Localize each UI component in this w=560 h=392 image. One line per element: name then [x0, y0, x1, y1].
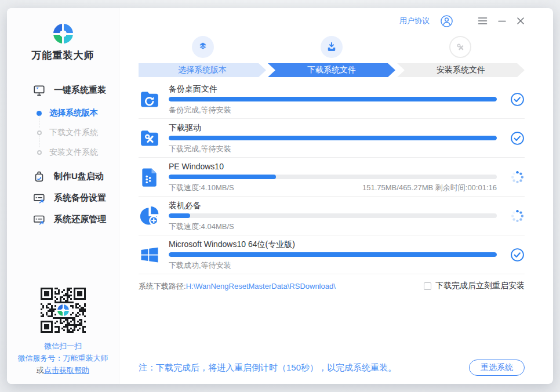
download-path-value[interactable]: H:\WanNengResetMasterData\RSDownload\ [186, 282, 336, 291]
pe-file-icon [139, 166, 161, 188]
get-help-link[interactable]: 点击获取帮助 [44, 366, 89, 375]
loading-spinner-icon [510, 169, 525, 184]
sidebar-item-label: 制作U盘启动 [54, 171, 104, 182]
help-line: 或点击获取帮助 [37, 364, 89, 376]
tools-icon [449, 36, 471, 58]
step-segment-install-files[interactable]: 安装系统文件 [397, 63, 525, 77]
download-title: Microsoft Windows10 64位(专业版) [169, 239, 497, 249]
download-item-drivers: 下载驱动 下载完成,等待安装 [139, 119, 525, 158]
footer-row: 注：下载完成后，将进入重启倒计时（150秒），以完成系统重装。 重选系统 [139, 360, 525, 376]
download-title: 备份桌面文件 [169, 84, 497, 94]
menu-icon[interactable] [478, 17, 488, 25]
logo-block: 万能重装大师 [32, 24, 94, 62]
progress-fill [169, 213, 190, 218]
download-item-essentials: 装机必备 下载速度:4.04MB/S [139, 197, 525, 235]
download-list: 备份桌面文件 备份完成,等待安装 下载驱动 下载完成,等待安装 [139, 80, 525, 274]
main-panel: 用户协议 [119, 8, 553, 384]
download-title: PE Windows10 [169, 161, 497, 172]
progress-fill [169, 252, 497, 257]
status-text: 下载速度:4.10MB/S [169, 183, 234, 193]
qr-center-logo-icon [57, 304, 69, 316]
status-text: 备份完成,等待安装 [169, 105, 231, 115]
app-title: 万能重装大师 [32, 49, 94, 62]
download-title: 下载驱动 [169, 122, 497, 133]
layers-icon [192, 36, 214, 58]
step-progress-bar: 选择系统版本 下载系统文件 安装系统文件 [139, 63, 525, 77]
qr-code [41, 288, 86, 333]
folder-tools-icon [139, 127, 161, 149]
minimize-icon[interactable] [498, 17, 506, 25]
monitor-icon [32, 84, 46, 97]
app-window: 万能重装大师 一键系统重装 选择系统版本 下载文件系统 [7, 8, 553, 384]
wechat-account: 微信服务号：万能重装大师 [18, 352, 108, 364]
sidebar-item-usb-boot[interactable]: 制作U盘启动 [7, 166, 119, 187]
sidebar-item-label: 系统还原管理 [54, 214, 106, 225]
download-icon [321, 36, 343, 58]
check-circle-icon [510, 92, 525, 107]
check-circle-icon [510, 247, 525, 262]
titlebar: 用户协议 [139, 8, 525, 34]
wechat-block: 微信扫一扫 微信服务号：万能重装大师 或点击获取帮助 [7, 288, 119, 376]
spacer [139, 296, 525, 360]
download-item-backup: 备份桌面文件 备份完成,等待安装 [139, 80, 525, 119]
reboot-checkbox-label: 下载完成后立刻重启安装 [435, 281, 525, 291]
wechat-scan-hint: 微信扫一扫 [44, 340, 82, 352]
download-path-label: 系统下载路径: [139, 282, 186, 291]
restore-drive-icon [32, 213, 46, 226]
download-item-windows: Microsoft Windows10 64位(专业版) 下载成功,等待安装 [139, 235, 525, 274]
progress-track [169, 136, 497, 140]
user-avatar-icon[interactable] [440, 14, 453, 28]
substep-install-files[interactable]: 安装文件系统 [37, 143, 119, 162]
reinstall-substeps: 选择系统版本 下载文件系统 安装文件系统 [37, 103, 119, 162]
restart-countdown-note: 注：下载完成后，将进入重启倒计时（150秒），以完成系统重装。 [139, 362, 397, 373]
user-agreement-link[interactable]: 用户协议 [399, 16, 430, 26]
software-pie-icon [139, 205, 161, 227]
sidebar-item-label: 一键系统重装 [54, 85, 106, 96]
status-text: 下载速度:4.04MB/S [169, 222, 234, 231]
sidebar-nav: 一键系统重装 选择系统版本 下载文件系统 安装文件系统 [7, 79, 119, 230]
progress-track [169, 213, 497, 218]
app-logo-icon [53, 24, 73, 43]
backup-drive-icon [32, 191, 46, 205]
sidebar-item-backup-settings[interactable]: 系统备份设置 [7, 187, 119, 209]
close-icon[interactable] [517, 17, 525, 25]
folder-refresh-icon [139, 88, 161, 110]
download-item-pe: PE Windows10 下载速度:4.10MB/S151.75MB/465.2… [139, 158, 525, 197]
status-right: 151.75MB/465.27MB 剩余时间:00:01:16 [362, 183, 497, 193]
substep-download-files[interactable]: 下载文件系统 [37, 123, 119, 143]
sidebar-item-onekey-reinstall[interactable]: 一键系统重装 [7, 79, 119, 101]
progress-fill [169, 97, 497, 101]
progress-track [169, 252, 497, 257]
step-icons-row [139, 36, 525, 58]
loading-spinner-icon [510, 208, 525, 223]
step-dot [37, 150, 42, 155]
path-row: 系统下载路径:H:\WanNengResetMasterData\RSDownl… [139, 276, 525, 296]
sidebar-item-restore-management[interactable]: 系统还原管理 [7, 209, 119, 230]
reboot-after-download-option[interactable]: 下载完成后立刻重启安装 [424, 281, 525, 291]
progress-track [169, 97, 497, 101]
progress-fill [169, 175, 276, 179]
step-dot [37, 130, 42, 135]
step-segment-select-version[interactable]: 选择系统版本 [139, 63, 266, 77]
progress-fill [169, 136, 497, 140]
substep-select-version[interactable]: 选择系统版本 [37, 103, 119, 123]
download-title: 装机必备 [169, 200, 497, 210]
progress-track [169, 175, 497, 179]
status-text: 下载成功,等待安装 [169, 260, 231, 270]
reboot-checkbox[interactable] [424, 282, 431, 290]
windows-logo-icon [139, 244, 161, 266]
sidebar: 万能重装大师 一键系统重装 选择系统版本 下载文件系统 [7, 8, 119, 384]
usb-icon [32, 170, 46, 183]
reselect-system-button[interactable]: 重选系统 [469, 360, 525, 376]
step-segment-download-files[interactable]: 下载系统文件 [268, 63, 395, 77]
status-text: 下载完成,等待安装 [169, 144, 231, 154]
check-circle-icon [510, 130, 525, 146]
sidebar-item-label: 系统备份设置 [54, 193, 106, 204]
